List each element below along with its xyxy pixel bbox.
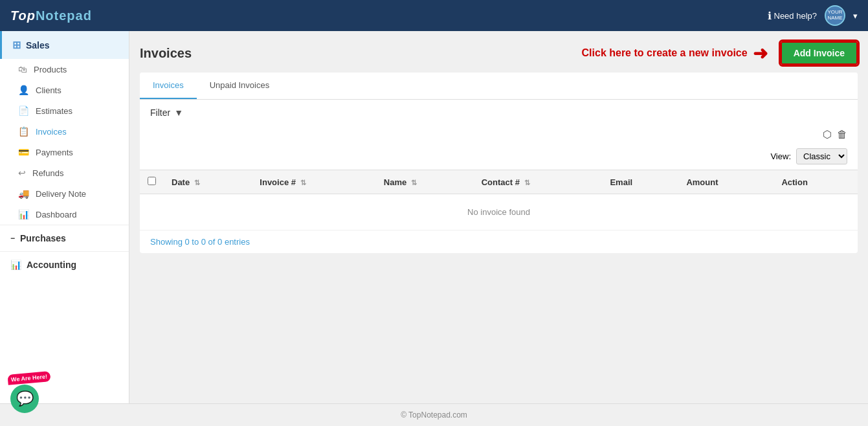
add-invoice-button[interactable]: Add Invoice <box>781 41 858 65</box>
view-label: View: <box>770 151 791 161</box>
sales-label: Sales <box>26 40 50 50</box>
select-all-checkbox[interactable] <box>148 177 156 185</box>
main-layout: ⊞ Sales 🛍 Products 👤 Clients 📄 Estimates… <box>0 31 868 403</box>
filter-row: Filter ▼ <box>140 100 858 126</box>
payments-label: Payments <box>36 148 73 157</box>
col-email: Email <box>602 170 678 194</box>
accounting-icon: 📊 <box>10 260 21 270</box>
purchases-collapse-icon: − <box>10 234 15 243</box>
filter-label: Filter <box>150 107 170 118</box>
table-toolbar: ⬡ 🗑 <box>140 126 858 146</box>
filter-icon[interactable]: ▼ <box>174 107 183 118</box>
chat-widget: We Are Here! 💬 <box>10 385 39 413</box>
sidebar-item-delivery-note[interactable]: 🚚 Delivery Note <box>0 183 129 204</box>
view-row: View: Classic Modern Minimal <box>140 146 858 170</box>
name-sort-icon: ⇅ <box>411 179 417 187</box>
col-invoice-num[interactable]: Invoice # ⇅ <box>252 170 376 194</box>
contact-sort-icon: ⇅ <box>524 179 530 187</box>
refunds-icon: ↩ <box>18 168 26 178</box>
estimates-icon: 📄 <box>18 106 29 116</box>
view-select[interactable]: Classic Modern Minimal <box>796 148 847 164</box>
avatar[interactable]: YOURNAME <box>825 5 845 26</box>
invoices-card: Invoices Unpaid Invoices Filter ▼ ⬡ 🗑 Vi… <box>140 73 858 253</box>
page-header: Invoices Click here to create a new invo… <box>140 41 858 65</box>
col-name[interactable]: Name ⇅ <box>376 170 474 194</box>
help-label: Need help? <box>774 11 818 21</box>
arrow-right-icon: ➜ <box>753 43 768 64</box>
footer-text: © TopNotepad.com <box>401 410 467 420</box>
tab-unpaid-invoices[interactable]: Unpaid Invoices <box>197 73 283 99</box>
tab-invoices[interactable]: Invoices <box>140 73 197 99</box>
products-label: Products <box>34 65 67 74</box>
invoices-label: Invoices <box>36 127 67 137</box>
app-logo[interactable]: TopNotepad <box>10 8 92 23</box>
dashboard-icon: 📊 <box>18 209 29 219</box>
refunds-label: Refunds <box>32 168 63 178</box>
showing-entries: Showing 0 to 0 of 0 entries <box>140 230 858 253</box>
col-action: Action <box>773 170 858 194</box>
delete-icon[interactable]: 🗑 <box>837 129 847 140</box>
no-data-message: No invoice found <box>140 194 858 230</box>
avatar-text: YOURNAME <box>827 10 842 21</box>
main-content: Invoices Click here to create a new invo… <box>129 31 868 403</box>
help-icon: ℹ <box>768 10 772 22</box>
no-data-row: No invoice found <box>140 194 858 230</box>
select-all-header <box>140 170 164 194</box>
topnav-right: ℹ Need help? YOURNAME ▾ <box>768 5 858 26</box>
sidebar-item-products[interactable]: 🛍 Products <box>0 59 129 80</box>
click-hint-text: Click here to create a new invoice ➜ <box>582 43 768 64</box>
clients-icon: 👤 <box>18 85 29 95</box>
dashboard-label: Dashboard <box>36 210 77 219</box>
page-title: Invoices <box>140 46 192 61</box>
col-amount: Amount <box>678 170 773 194</box>
page-header-right: Click here to create a new invoice ➜ Add… <box>582 41 858 65</box>
products-icon: 🛍 <box>18 64 27 74</box>
sidebar-item-estimates[interactable]: 📄 Estimates <box>0 100 129 121</box>
sidebar-item-payments[interactable]: 💳 Payments <box>0 142 129 163</box>
estimates-label: Estimates <box>36 106 72 116</box>
export-icon[interactable]: ⬡ <box>823 128 832 140</box>
help-button[interactable]: ℹ Need help? <box>768 10 818 22</box>
sidebar: ⊞ Sales 🛍 Products 👤 Clients 📄 Estimates… <box>0 31 129 403</box>
tab-invoices-label: Invoices <box>153 80 184 90</box>
sidebar-purchases-header[interactable]: − Purchases <box>0 225 129 251</box>
payments-icon: 💳 <box>18 147 29 157</box>
accounting-label: Accounting <box>27 260 76 270</box>
clients-label: Clients <box>36 85 61 95</box>
sidebar-item-refunds[interactable]: ↩ Refunds <box>0 163 129 183</box>
tab-unpaid-invoices-label: Unpaid Invoices <box>210 80 270 90</box>
sidebar-item-clients[interactable]: 👤 Clients <box>0 80 129 100</box>
invoice-num-sort-icon: ⇅ <box>300 179 306 187</box>
tab-bar: Invoices Unpaid Invoices <box>140 73 858 100</box>
sidebar-item-invoices[interactable]: 📋 Invoices <box>0 121 129 142</box>
invoices-icon: 📋 <box>18 126 29 137</box>
delivery-label: Delivery Note <box>36 189 86 199</box>
col-contact[interactable]: Contact # ⇅ <box>474 170 603 194</box>
sales-icon: ⊞ <box>12 39 21 51</box>
click-hint-label: Click here to create a new invoice <box>582 47 748 59</box>
page-footer: © TopNotepad.com <box>0 403 868 426</box>
account-dropdown-icon[interactable]: ▾ <box>853 11 858 21</box>
col-date[interactable]: Date ⇅ <box>164 170 252 194</box>
table-header-row: Date ⇅ Invoice # ⇅ Name ⇅ Contact # <box>140 170 858 194</box>
delivery-icon: 🚚 <box>18 188 29 199</box>
purchases-label: Purchases <box>20 233 66 243</box>
chat-button[interactable]: 💬 <box>10 385 39 413</box>
sidebar-accounting-header[interactable]: 📊 Accounting <box>0 251 129 278</box>
top-navigation: TopNotepad ℹ Need help? YOURNAME ▾ <box>0 0 868 31</box>
invoices-table: Date ⇅ Invoice # ⇅ Name ⇅ Contact # <box>140 170 858 230</box>
date-sort-icon: ⇅ <box>194 179 200 187</box>
sidebar-sales-header[interactable]: ⊞ Sales <box>0 31 129 59</box>
sidebar-item-dashboard[interactable]: 📊 Dashboard <box>0 204 129 225</box>
